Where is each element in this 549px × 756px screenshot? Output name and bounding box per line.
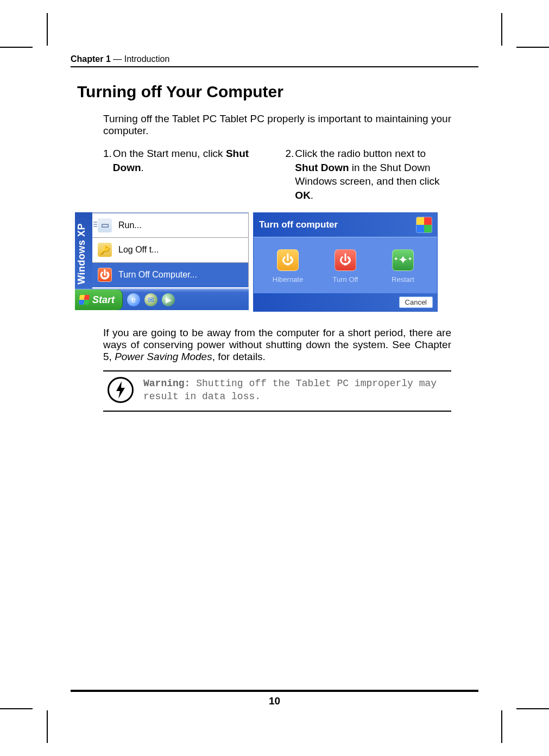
windows-xp-strip: Windows XP [75,212,92,289]
warning-block: Warning: Shutting off the Tablet PC impr… [103,370,451,412]
media-player-icon[interactable]: ▶ [162,293,175,306]
step-number: 1. [103,147,112,203]
outlook-icon[interactable]: ✉ [144,293,157,306]
warning-label: Warning: [143,378,190,389]
hibernate-icon: ⏻ [277,249,299,271]
step-text: Click the radio button next to Shut Down… [295,147,451,203]
restart-icon: ✦ [392,249,414,271]
cancel-button[interactable]: Cancel [399,297,433,308]
windows-flag-icon [79,295,90,305]
turnoff-icon: ⏻ [335,249,356,271]
dialog-titlebar: Turn off computer [254,213,437,237]
run-icon: ▭ [98,218,112,232]
page-footer: 10 [71,690,478,707]
menu-item-run[interactable]: ▭ Run... [92,212,249,237]
screenshot-row: Windows XP ▭ Run... 🔑 Log Off t... ⏻ Tu [75,212,451,312]
chapter-name: Introduction [124,54,170,64]
page-number: 10 [269,695,280,707]
menu-item-turnoff[interactable]: ⏻ Turn Off Computer... [92,262,249,287]
ie-icon[interactable]: e [127,293,140,306]
start-button[interactable]: Start [75,289,123,310]
power-icon: ⏻ [98,268,112,282]
option-hibernate[interactable]: ⏻ Hibernate [263,249,312,284]
chapter-sep: — [111,54,124,64]
chapter-label: Chapter 1 [71,54,111,64]
step-number: 2. [286,147,294,203]
option-label: Hibernate [263,275,312,284]
option-turnoff[interactable]: ⏻ Turn Off [321,249,370,284]
option-label: Restart [378,275,427,284]
intro-paragraph: Turning off the Tablet PC Tablet PC prop… [103,113,451,137]
option-restart[interactable]: ✦ Restart [378,249,427,284]
menu-item-logoff[interactable]: 🔑 Log Off t... [92,237,249,262]
document-page: Chapter 1 — Introduction Turning off You… [0,0,549,756]
lightning-icon [108,377,134,403]
running-header: Chapter 1 — Introduction [71,54,478,67]
menu-item-label: Turn Off Computer... [118,270,197,280]
dialog-title: Turn off computer [259,219,338,230]
step-text: On the Start menu, click Shut Down. [113,147,269,203]
turn-off-dialog-screenshot: Turn off computer ⏻ Hibernate ⏻ Turn Off… [253,212,438,312]
taskbar: Start e ✉ ▶ [75,288,249,310]
step-1: 1. On the Start menu, click Shut Down. [103,147,269,203]
option-label: Turn Off [321,275,370,284]
post-paragraph: If you are going to be away from the com… [103,327,451,363]
start-menu-screenshot: Windows XP ▭ Run... 🔑 Log Off t... ⏻ Tu [75,212,249,312]
menu-item-label: Log Off t... [118,245,159,255]
windows-flag-icon [417,217,432,232]
start-label: Start [92,294,115,306]
logoff-icon: 🔑 [98,243,112,257]
warning-text: Warning: Shutting off the Tablet PC impr… [143,377,451,404]
section-title: Turning off Your Computer [77,83,478,101]
menu-item-label: Run... [118,220,142,230]
steps-row: 1. On the Start menu, click Shut Down. 2… [103,147,451,203]
step-2: 2. Click the radio button next to Shut D… [286,147,452,203]
